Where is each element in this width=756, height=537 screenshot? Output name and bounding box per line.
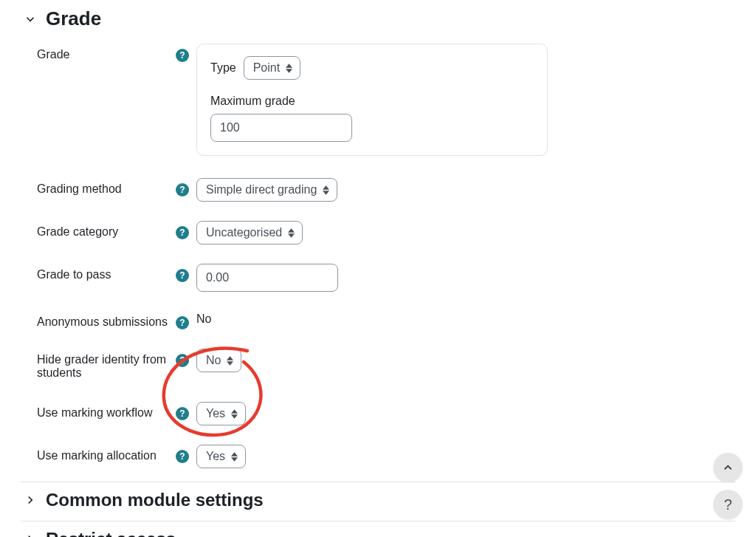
question-icon: ? bbox=[724, 496, 732, 513]
svg-marker-2 bbox=[323, 185, 329, 189]
help-icon[interactable]: ? bbox=[176, 183, 189, 196]
select-hide-grader-value: No bbox=[206, 354, 221, 367]
svg-marker-5 bbox=[288, 233, 295, 237]
svg-marker-6 bbox=[227, 356, 233, 360]
select-grading-method-value: Simple direct grading bbox=[206, 183, 317, 196]
value-anonymous: No bbox=[196, 311, 735, 326]
svg-marker-3 bbox=[323, 191, 329, 194]
sort-caret-icon bbox=[286, 64, 292, 73]
svg-marker-7 bbox=[227, 361, 233, 365]
row-marking-allocation: Use marking allocation ? Yes bbox=[37, 436, 735, 468]
svg-marker-9 bbox=[231, 414, 238, 418]
select-marking-workflow-value: Yes bbox=[206, 407, 225, 420]
select-grade-category-value: Uncategorised bbox=[206, 226, 282, 239]
label-grade-to-pass: Grade to pass bbox=[37, 264, 176, 281]
select-grade-type-value: Point bbox=[253, 61, 280, 75]
svg-marker-11 bbox=[231, 457, 238, 461]
sort-caret-icon bbox=[231, 452, 238, 462]
label-grade-category: Grade category bbox=[37, 221, 176, 239]
help-fab-button[interactable]: ? bbox=[713, 490, 743, 519]
section-common: Common module settings bbox=[21, 484, 735, 516]
row-anonymous: Anonymous submissions ? No bbox=[37, 302, 735, 329]
label-grade: Grade bbox=[37, 44, 176, 61]
help-icon[interactable]: ? bbox=[176, 269, 189, 282]
help-icon[interactable]: ? bbox=[176, 226, 189, 239]
label-max-grade: Maximum grade bbox=[210, 95, 534, 108]
section-restrict-toggle[interactable]: Restrict access bbox=[21, 523, 735, 537]
sort-caret-icon bbox=[288, 228, 295, 238]
chevron-up-icon bbox=[721, 461, 735, 474]
row-grade: Grade ? Type Point bbox=[37, 35, 735, 156]
input-grade-to-pass[interactable] bbox=[196, 264, 338, 292]
select-grading-method[interactable]: Simple direct grading bbox=[196, 178, 337, 202]
select-hide-grader[interactable]: No bbox=[196, 349, 241, 372]
section-grade-toggle[interactable]: Grade bbox=[21, 3, 735, 35]
row-grading-method: Grading method ? Simple direct grading bbox=[37, 169, 735, 202]
section-grade-body: Grade ? Type Point bbox=[21, 35, 735, 468]
select-marking-allocation[interactable]: Yes bbox=[196, 445, 246, 468]
label-grading-method: Grading method bbox=[37, 178, 176, 196]
svg-marker-10 bbox=[231, 452, 238, 456]
grade-config-box: Type Point Maximum grade bbox=[196, 44, 548, 156]
chevron-right-icon bbox=[24, 533, 37, 537]
label-marking-workflow: Use marking workflow bbox=[37, 402, 176, 420]
scroll-to-top-button[interactable] bbox=[713, 453, 743, 482]
input-max-grade[interactable] bbox=[210, 114, 352, 142]
select-grade-type[interactable]: Point bbox=[244, 56, 300, 80]
row-hide-grader: Hide grader identity from students ? No bbox=[37, 340, 735, 380]
label-anonymous: Anonymous submissions bbox=[37, 311, 176, 329]
section-restrict: Restrict access bbox=[21, 523, 735, 537]
row-grade-category: Grade category ? Uncategorised bbox=[37, 212, 735, 244]
section-restrict-title: Restrict access bbox=[46, 529, 176, 537]
svg-marker-1 bbox=[286, 69, 292, 72]
section-grade-title: Grade bbox=[46, 7, 101, 30]
row-grade-to-pass: Grade to pass ? bbox=[37, 255, 735, 292]
label-grade-type: Type bbox=[210, 61, 236, 75]
divider bbox=[21, 521, 735, 521]
divider bbox=[21, 482, 735, 482]
section-common-toggle[interactable]: Common module settings bbox=[21, 484, 735, 516]
select-marking-workflow[interactable]: Yes bbox=[196, 402, 246, 425]
svg-marker-0 bbox=[286, 64, 292, 67]
help-icon[interactable]: ? bbox=[176, 407, 189, 420]
select-marking-allocation-value: Yes bbox=[206, 450, 225, 463]
help-icon[interactable]: ? bbox=[176, 316, 189, 329]
row-marking-workflow: Use marking workflow ? Yes bbox=[37, 393, 735, 425]
help-icon[interactable]: ? bbox=[176, 49, 189, 62]
svg-marker-4 bbox=[288, 228, 295, 232]
svg-marker-8 bbox=[231, 409, 238, 413]
help-icon[interactable]: ? bbox=[176, 354, 189, 367]
select-grade-category[interactable]: Uncategorised bbox=[196, 221, 303, 244]
sort-caret-icon bbox=[227, 356, 233, 366]
chevron-right-icon bbox=[24, 493, 37, 507]
section-grade: Grade Grade ? Type Point bbox=[21, 3, 735, 468]
section-common-title: Common module settings bbox=[46, 490, 264, 510]
sort-caret-icon bbox=[323, 185, 329, 195]
chevron-down-icon bbox=[24, 13, 37, 26]
help-icon[interactable]: ? bbox=[176, 450, 189, 463]
sort-caret-icon bbox=[231, 409, 238, 419]
label-marking-allocation: Use marking allocation bbox=[37, 445, 176, 462]
label-hide-grader: Hide grader identity from students bbox=[37, 349, 176, 380]
